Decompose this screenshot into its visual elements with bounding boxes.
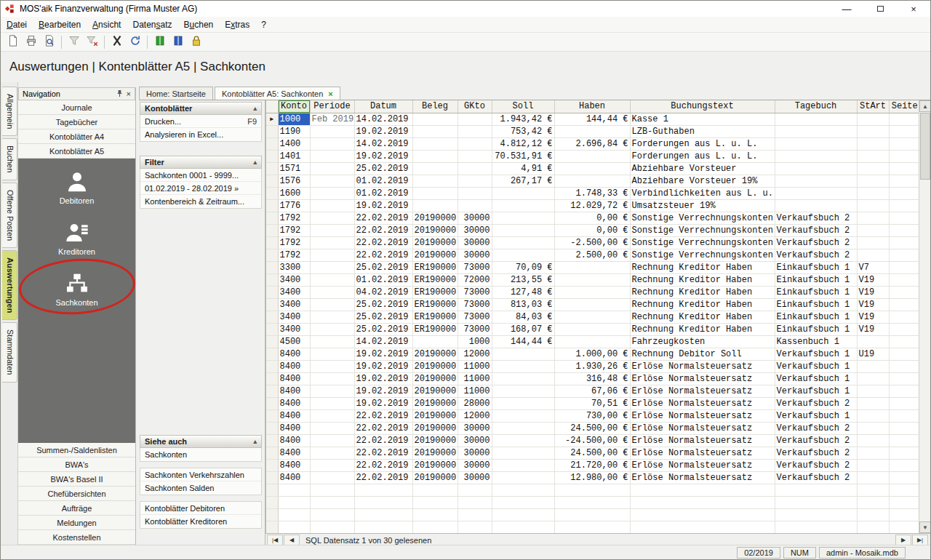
grid-cell[interactable] — [554, 508, 630, 521]
grid-cell[interactable]: 20190000 — [412, 471, 457, 484]
first-record-button[interactable]: |◀ — [267, 535, 283, 545]
grid-cell[interactable]: 67,06 € — [554, 385, 630, 397]
grid-cell[interactable] — [857, 137, 889, 150]
grid-cell[interactable] — [457, 125, 492, 137]
grid-cell[interactable]: 1190 — [278, 125, 310, 137]
grid-cell[interactable]: 1792 — [278, 224, 310, 236]
grid-cell[interactable] — [889, 150, 920, 162]
nav-icon-item-kreditoren[interactable]: Kreditoren — [31, 217, 124, 260]
section-header-siehe-auch[interactable]: Siehe auch▴ — [140, 435, 262, 448]
row-selector[interactable] — [266, 385, 278, 397]
grid-cell[interactable]: 20190000 — [412, 434, 457, 447]
grid-cell[interactable]: 1776 — [278, 199, 310, 212]
grid-cell[interactable]: 24.500,00 € — [554, 447, 630, 459]
grid-cell[interactable] — [310, 286, 354, 298]
grid-cell[interactable]: 20190000 — [412, 409, 457, 422]
grid-cell[interactable]: 01.02.2019 — [354, 273, 412, 286]
grid-cell[interactable]: Kasse 1 — [630, 113, 775, 125]
grid-cell[interactable]: ER190000 — [412, 286, 457, 298]
grid-cell[interactable]: 30000 — [457, 422, 492, 434]
grid-cell[interactable] — [492, 471, 554, 484]
grid-cell[interactable]: 20190000 — [412, 447, 457, 459]
grid-cell[interactable]: 1792 — [278, 212, 310, 224]
tab-home-startseite[interactable]: Home: Startseite — [139, 87, 213, 100]
grid-cell[interactable]: Einkaufsbuch 1 — [775, 311, 857, 323]
grid-cell[interactable]: 2.500,00 € — [554, 249, 630, 261]
grid-cell[interactable] — [889, 360, 920, 372]
grid-cell[interactable]: 20190000 — [412, 348, 457, 360]
row-selector[interactable] — [266, 311, 278, 323]
grid-cell[interactable]: Rechnung Kreditor Haben — [630, 286, 775, 298]
grid-cell[interactable]: Verkaufsbuch 1 — [775, 385, 857, 397]
grid-cell[interactable] — [554, 298, 630, 311]
grid-cell[interactable] — [889, 187, 920, 199]
panel-item-sachkonten-salden[interactable]: Sachkonten Salden — [140, 481, 261, 495]
grid-cell[interactable] — [278, 484, 310, 496]
grid-cell[interactable]: 19.02.2019 — [354, 150, 412, 162]
grid-cell[interactable] — [310, 521, 354, 533]
grid-cell[interactable]: Sonstige Verrechnungskonten — [630, 212, 775, 224]
side-tab-buchen[interactable]: Buchen — [2, 138, 17, 180]
grid-cell[interactable]: 30000 — [457, 459, 492, 471]
grid-cell[interactable]: 25.02.2019 — [354, 311, 412, 323]
grid-cell[interactable] — [354, 521, 412, 533]
grid-cell[interactable]: 30000 — [457, 212, 492, 224]
grid-cell[interactable]: Einkaufsbuch 1 — [775, 273, 857, 286]
grid-cell[interactable]: Verkaufsbuch 1 — [775, 372, 857, 385]
grid-cell[interactable] — [889, 397, 920, 409]
grid-cell[interactable]: 19.02.2019 — [354, 360, 412, 372]
grid-cell[interactable]: 70,09 € — [492, 261, 554, 273]
grid-cell[interactable] — [857, 150, 889, 162]
grid-cell[interactable]: Verkaufsbuch 2 — [775, 422, 857, 434]
grid-cell[interactable] — [310, 298, 354, 311]
grid-cell[interactable] — [310, 397, 354, 409]
grid-cell[interactable] — [889, 459, 920, 471]
grid-cell[interactable]: 70.531,91 € — [492, 150, 554, 162]
row-selector[interactable] — [266, 422, 278, 434]
grid-cell[interactable] — [554, 311, 630, 323]
column-header-haben[interactable]: Haben — [554, 100, 630, 113]
grid-cell[interactable]: Verkaufsbuch 2 — [775, 212, 857, 224]
toolbar-button-new-page[interactable] — [4, 34, 22, 50]
grid-cell[interactable] — [857, 224, 889, 236]
grid-cell[interactable] — [857, 521, 889, 533]
grid-cell[interactable]: 20190000 — [412, 212, 457, 224]
grid-cell[interactable]: 73000 — [457, 298, 492, 311]
grid-cell[interactable]: 1.000,00 € — [554, 348, 630, 360]
grid-cell[interactable]: 11000 — [457, 360, 492, 372]
grid-cell[interactable] — [857, 236, 889, 249]
grid-cell[interactable]: 168,07 € — [492, 323, 554, 335]
grid-cell[interactable]: 22.02.2019 — [354, 409, 412, 422]
grid-cell[interactable]: Erlöse Normalsteuersatz — [630, 422, 775, 434]
nav-icon-item-sachkonten[interactable]: Sachkonten — [31, 268, 124, 311]
row-selector[interactable] — [266, 162, 278, 175]
grid-cell[interactable] — [775, 125, 857, 137]
grid-cell[interactable] — [492, 348, 554, 360]
grid-cell[interactable] — [889, 521, 920, 533]
grid-cell[interactable] — [457, 162, 492, 175]
grid-cell[interactable] — [310, 484, 354, 496]
grid-cell[interactable] — [310, 422, 354, 434]
grid-cell[interactable]: Einkaufsbuch 1 — [775, 286, 857, 298]
row-selector[interactable] — [266, 137, 278, 150]
panel-item-kontoblätter-debitoren[interactable]: Kontoblätter Debitoren — [140, 502, 261, 515]
grid-cell[interactable]: 8400 — [278, 434, 310, 447]
grid-cell[interactable] — [310, 471, 354, 484]
grid-cell[interactable]: Fahrzeugkosten — [630, 335, 775, 348]
grid-cell[interactable] — [492, 360, 554, 372]
tab-kontoblätter-a5-sachkonten[interactable]: Kontoblätter A5: Sachkonten× — [215, 87, 340, 100]
panel-item-01-02-2019-28-02-2019[interactable]: 01.02.2019 - 28.02.2019 » — [140, 182, 261, 195]
grid-cell[interactable] — [310, 137, 354, 150]
grid-cell[interactable] — [889, 496, 920, 508]
grid-cell[interactable] — [857, 212, 889, 224]
grid-cell[interactable] — [310, 311, 354, 323]
grid-cell[interactable]: 8400 — [278, 348, 310, 360]
grid-cell[interactable]: Verkaufsbuch 1 — [775, 348, 857, 360]
row-selector[interactable] — [266, 286, 278, 298]
row-selector[interactable] — [266, 521, 278, 533]
grid-cell[interactable]: Erlöse Normalsteuersatz — [630, 447, 775, 459]
grid-cell[interactable]: 19.02.2019 — [354, 397, 412, 409]
row-selector[interactable] — [266, 434, 278, 447]
grid-cell[interactable]: V19 — [857, 311, 889, 323]
side-tab-stammdaten[interactable]: Stammdaten — [2, 322, 17, 382]
